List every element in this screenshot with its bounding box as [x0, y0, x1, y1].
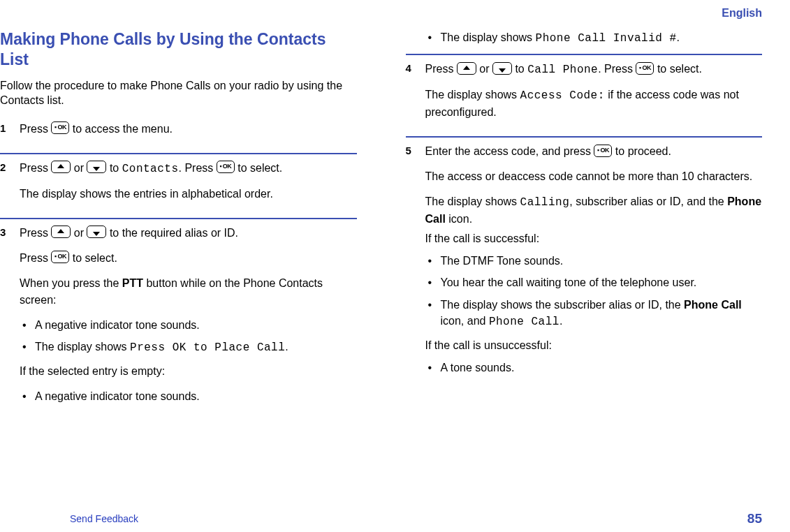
step-4: 4 Press or to Call Phone. Press ▪ OK to …: [406, 61, 763, 129]
step-4-note: The display shows Access Code: if the ac…: [425, 87, 763, 121]
text: Press: [20, 227, 51, 239]
step-5-p3: The display shows Calling, subscriber al…: [425, 193, 763, 228]
list-item: A negative indicator tone sounds.: [20, 388, 357, 404]
phone-call-label: Phone Call: [684, 299, 742, 311]
ok-button-icon: ▪ OK: [636, 62, 654, 75]
text: .: [559, 315, 562, 327]
step-3-list-c: The display shows Phone Call Invalid #.: [425, 29, 763, 47]
text: Press: [20, 252, 51, 264]
list-item: The DTMF Tone sounds.: [425, 253, 763, 269]
text: The display shows: [441, 31, 536, 43]
text: . Press: [598, 63, 636, 75]
step-5-line1: Enter the access code, and press ▪ OK to…: [425, 143, 763, 160]
display-text: Calling: [520, 196, 570, 209]
step-2-note: The display shows the entries in alphabe…: [20, 186, 357, 202]
send-feedback-link[interactable]: Send Feedback: [70, 513, 138, 524]
text: Enter the access code, and press: [425, 145, 594, 157]
text: or: [476, 63, 492, 75]
text: icon, and: [441, 315, 489, 327]
text: , subscriber alias or ID, and the: [569, 195, 727, 207]
text: .: [677, 31, 680, 43]
list-item: A tone sounds.: [425, 360, 763, 376]
step-number: 2: [0, 160, 20, 173]
menu-item: Call Phone: [527, 64, 598, 76]
up-button-icon: [51, 161, 71, 173]
step-number: 5: [406, 143, 425, 156]
down-button-icon: [87, 161, 106, 173]
text: to: [106, 162, 122, 174]
ok-button-icon: ▪ OK: [594, 145, 612, 157]
text: to the required alias or ID.: [106, 227, 238, 239]
step-divider: [0, 153, 357, 154]
text: to select.: [235, 162, 282, 174]
right-column: The display shows Phone Call Invalid #. …: [399, 29, 770, 414]
display-text: Phone Call: [489, 316, 559, 328]
text: to proceed.: [612, 145, 671, 157]
step-3-line2: Press ▪ OK to select.: [20, 250, 357, 267]
content-columns: Making Phone Calls by Using the Contacts…: [0, 20, 769, 414]
step-1: 1 Press ▪ OK to access the menu.: [0, 121, 357, 146]
page-title: Making Phone Calls by Using the Contacts…: [0, 29, 357, 70]
step-3-list-a: A negative indicator tone sounds. The di…: [20, 317, 357, 356]
step-3-empty: If the selected entry is empty:: [20, 363, 357, 380]
text: or: [71, 227, 87, 239]
list-item: You hear the call waiting tone of the te…: [425, 274, 763, 290]
page-footer: Send Feedback 85: [0, 511, 790, 526]
text: Press: [425, 63, 457, 75]
step-5-list-fail: A tone sounds.: [425, 360, 763, 376]
page-number: 85: [747, 511, 762, 526]
text: When you press the: [20, 277, 122, 289]
step-5-p4: If the call is successful:: [425, 230, 763, 247]
text: or: [71, 162, 87, 174]
ptt-label: PTT: [122, 277, 143, 289]
page: English Making Phone Calls by Using the …: [0, 0, 790, 532]
list-item: The display shows Phone Call Invalid #.: [425, 29, 763, 47]
step-3-line1: Press or to the required alias or ID.: [20, 225, 357, 242]
step-5: 5 Enter the access code, and press ▪ OK …: [406, 143, 763, 383]
step-divider: [0, 218, 357, 219]
display-text: Press OK to Place Call: [130, 341, 285, 354]
text: Press: [20, 162, 51, 174]
text: to select.: [654, 63, 701, 75]
ok-button-icon: ▪ OK: [51, 251, 69, 263]
ok-button-icon: ▪ OK: [217, 161, 235, 173]
step-5-p5: If the call is unsuccessful:: [425, 337, 763, 354]
step-number: 4: [406, 61, 425, 74]
display-text: Phone Call Invalid #: [536, 32, 677, 45]
list-item: A negative indicator tone sounds.: [20, 317, 357, 333]
step-divider: [406, 136, 763, 138]
up-button-icon: [457, 62, 476, 75]
step-5-list-success: The DTMF Tone sounds. You hear the call …: [425, 253, 763, 330]
text: Press: [20, 123, 51, 135]
step-number: 3: [0, 225, 20, 238]
text: icon.: [446, 213, 472, 225]
step-1-text: Press ▪ OK to access the menu.: [20, 121, 357, 138]
text: The display shows the subscriber alias o…: [441, 299, 685, 311]
text: . Press: [179, 162, 217, 174]
step-4-line1: Press or to Call Phone. Press ▪ OK to se…: [425, 61, 763, 78]
step-5-p2: The access or deaccess code cannot be mo…: [425, 168, 763, 185]
down-button-icon: [87, 226, 106, 238]
step-2-line1: Press or to Contacts. Press ▪ OK to sele…: [20, 160, 357, 177]
step-divider: [406, 54, 763, 55]
down-button-icon: [492, 62, 512, 75]
list-item: The display shows Press OK to Place Call…: [20, 339, 357, 356]
up-button-icon: [51, 226, 71, 238]
step-number: 1: [0, 121, 20, 134]
step-3-ptt: When you press the PTT button while on t…: [20, 275, 357, 309]
step-3: 3 Press or to the required alias or ID. …: [0, 225, 357, 412]
ok-button-icon: ▪ OK: [51, 121, 69, 134]
step-2: 2 Press or to Contacts. Press ▪ OK to se…: [0, 160, 357, 211]
text: The display shows: [35, 341, 130, 353]
text: .: [285, 341, 288, 353]
text: to select.: [69, 252, 117, 264]
text: The display shows: [425, 89, 520, 101]
left-column: Making Phone Calls by Using the Contacts…: [0, 29, 364, 414]
text: to access the menu.: [69, 123, 173, 135]
list-item: The display shows the subscriber alias o…: [425, 297, 763, 330]
language-header: English: [0, 7, 769, 20]
step-3-list-b: A negative indicator tone sounds.: [20, 388, 357, 404]
menu-item: Contacts: [122, 163, 179, 175]
intro-text: Follow the procedure to make Phone Calls…: [0, 78, 357, 108]
text: The display shows: [425, 195, 520, 207]
